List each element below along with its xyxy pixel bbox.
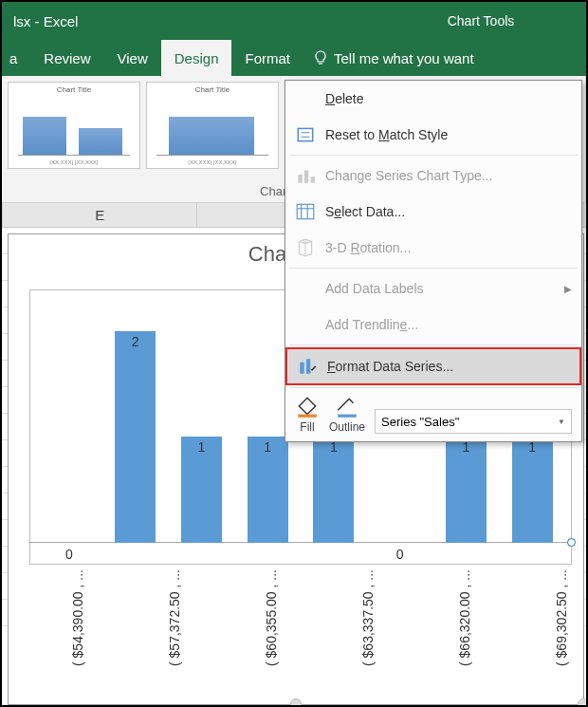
svg-rect-5 — [300, 363, 303, 374]
svg-rect-8 — [338, 415, 357, 418]
data-label: 1 — [248, 439, 288, 455]
bar-slot: 0 — [36, 528, 102, 543]
bar-slot: 0 — [367, 528, 433, 543]
thumb-title: Chart Title — [152, 85, 273, 94]
tab-design[interactable]: Design — [161, 40, 232, 76]
menu-reset-to-match-style[interactable]: Reset to Match Style — [285, 117, 581, 153]
menu-3d-rotation: 3-D Rotation... — [285, 230, 581, 266]
menu-change-series-chart-type: Change Series Chart Type... — [285, 158, 581, 194]
chart-style-thumb-2[interactable]: Chart Title |XX,XXX| |XX,XXX| — [146, 82, 279, 169]
outline-button[interactable]: Outline — [329, 396, 365, 434]
chart-type-icon — [295, 165, 316, 186]
tab-view[interactable]: View — [104, 40, 161, 76]
chart-selection-handle[interactable] — [290, 698, 302, 707]
bar[interactable]: 1 — [512, 437, 553, 543]
rotation-icon — [295, 237, 316, 258]
chart-style-thumb-1[interactable]: Chart Title |XX,XXX| |XX,XXX| — [8, 82, 140, 169]
bar[interactable]: 2 — [115, 331, 156, 543]
bar-slot: 1 — [301, 437, 367, 543]
menu-add-trendline: Add Trendline... — [285, 307, 581, 343]
category-axis-labels: ( $54,390.00 , ...( $57,372.50 , ...( $6… — [29, 567, 572, 707]
category-label: ( $57,372.50 , ... — [126, 567, 223, 582]
thumb-axis-labels: |XX,XXX| |XX,XXX| — [152, 159, 273, 165]
chart-tools-block: Chart Tools — [381, 2, 580, 40]
category-label: ( $66,320.00 , ... — [416, 567, 513, 582]
tab-format[interactable]: Format — [231, 40, 303, 76]
menu-format-data-series[interactable]: Format Data Series... — [285, 347, 581, 385]
tab-data-partial[interactable]: a — [2, 40, 30, 76]
select-data-icon — [295, 201, 316, 222]
menu-select-data[interactable]: Select Data... — [285, 194, 581, 230]
mini-toolbar: Fill Outline Series "Sales" ▼ — [285, 390, 581, 441]
svg-rect-2 — [304, 171, 308, 183]
data-label: 0 — [391, 547, 410, 562]
tab-review[interactable]: Review — [30, 40, 103, 76]
bar[interactable]: 1 — [446, 437, 487, 543]
fill-icon — [295, 396, 320, 419]
category-label: ( $60,355.00 , ... — [223, 567, 320, 582]
context-menu: Delete Reset to Match Style Change Serie… — [285, 80, 582, 442]
menu-add-data-labels: Add Data Labels ▶ — [285, 270, 581, 307]
dropdown-caret-icon: ▼ — [558, 418, 565, 426]
bar-slot: 1 — [169, 437, 235, 543]
category-label: ( $63,337.50 , ... — [320, 567, 416, 582]
thumb-axis-labels: |XX,XXX| |XX,XXX| — [13, 159, 135, 165]
menu-delete[interactable]: Delete — [285, 81, 581, 117]
bar-slot: 1 — [234, 437, 301, 543]
chart-selection-handle[interactable] — [578, 698, 588, 707]
reset-icon — [295, 124, 316, 145]
bar-slot: 1 — [499, 437, 565, 543]
svg-rect-7 — [298, 415, 317, 418]
fill-button[interactable]: Fill — [295, 396, 320, 434]
submenu-arrow-icon: ▶ — [564, 284, 572, 294]
series-selector-value: Series "Sales" — [381, 415, 459, 429]
lightbulb-icon — [313, 50, 328, 65]
svg-rect-3 — [311, 177, 315, 183]
bar-slot: 2 — [102, 331, 169, 543]
category-label: ( $54,390.00 , ... — [29, 567, 126, 582]
svg-rect-4 — [297, 204, 314, 218]
category-label: ( $69,302.50 , ... — [513, 567, 588, 582]
selection-handle[interactable] — [567, 538, 576, 547]
bar[interactable]: 1 — [248, 437, 288, 543]
data-label: 2 — [115, 334, 156, 349]
data-label: 0 — [60, 547, 79, 562]
svg-rect-1 — [298, 175, 302, 183]
series-selector[interactable]: Series "Sales" ▼ — [375, 409, 572, 434]
svg-rect-0 — [298, 128, 312, 140]
title-bar: lsx - Excel Chart Tools — [2, 2, 586, 40]
bar[interactable]: 1 — [181, 437, 222, 543]
col-header-E[interactable]: E — [2, 203, 196, 227]
svg-rect-6 — [306, 359, 310, 373]
ribbon-tabs: a Review View Design Format Tell me what… — [2, 40, 586, 76]
thumb-title: Chart Title — [13, 85, 135, 94]
format-series-icon — [297, 356, 318, 377]
tell-me[interactable]: Tell me what you want — [303, 40, 474, 76]
outline-label: Outline — [329, 420, 365, 434]
tell-me-label: Tell me what you want — [334, 50, 474, 66]
data-label: 1 — [181, 439, 222, 455]
bar[interactable]: 1 — [313, 437, 354, 543]
app-title: lsx - Excel — [2, 2, 381, 40]
outline-icon — [335, 396, 359, 419]
chart-tools-label: Chart Tools — [448, 13, 515, 28]
fill-label: Fill — [300, 420, 314, 434]
bar-slot: 1 — [433, 437, 500, 543]
